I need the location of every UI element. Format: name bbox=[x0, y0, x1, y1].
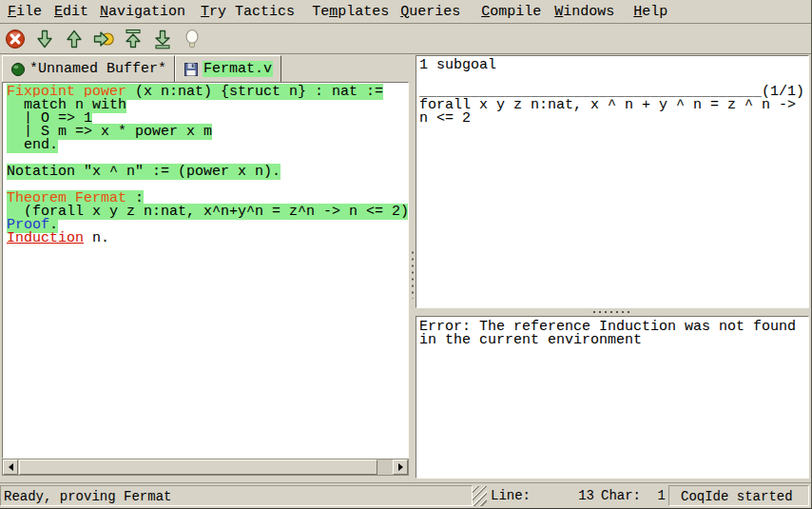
menu-file[interactable]: File bbox=[8, 4, 42, 20]
toolbar bbox=[0, 24, 811, 54]
goal-panel[interactable]: 1 subgoal ______________________________… bbox=[416, 55, 809, 308]
go-down-button[interactable] bbox=[33, 28, 56, 50]
lightbulb-icon bbox=[181, 28, 203, 50]
error-message: Error: The reference Induction was not f… bbox=[419, 321, 806, 347]
separator-grip-dots bbox=[591, 310, 633, 313]
horizontal-pane-separator[interactable] bbox=[416, 308, 809, 316]
code-line: end. bbox=[7, 139, 408, 152]
code-line: | S m => x * power x m bbox=[7, 126, 408, 139]
code-line: Induction n. bbox=[7, 232, 408, 245]
hints-button[interactable] bbox=[181, 28, 203, 50]
go-to-bottom-button[interactable] bbox=[151, 28, 174, 50]
tab-unnamed-buffer[interactable]: *Unnamed Buffer* bbox=[2, 55, 175, 82]
resize-grip[interactable] bbox=[473, 486, 487, 506]
go-to-cursor-button[interactable] bbox=[92, 28, 115, 50]
menu-edit[interactable]: Edit bbox=[54, 4, 88, 20]
green-ball-icon bbox=[10, 62, 26, 77]
scroll-right-button[interactable] bbox=[393, 460, 408, 475]
script-editor[interactable]: Fixpoint power (x n:nat) {struct n} : na… bbox=[2, 82, 409, 459]
menu-navigation[interactable]: Navigation bbox=[100, 4, 185, 20]
floppy-disk-icon bbox=[184, 62, 199, 77]
go-to-cursor-icon bbox=[92, 28, 115, 50]
separator-grip-dots bbox=[411, 249, 414, 299]
menu-templates[interactable]: Templates bbox=[312, 4, 389, 20]
go-to-top-button[interactable] bbox=[122, 28, 145, 50]
menu-try-tactics[interactable]: Try Tactics bbox=[201, 4, 295, 20]
tab-label: Fermat.v bbox=[203, 61, 273, 77]
line-value: 13 bbox=[532, 488, 594, 503]
editor-horizontal-scrollbar[interactable] bbox=[2, 459, 409, 476]
coqide-status: CoqIde started bbox=[668, 485, 809, 506]
vertical-pane-separator[interactable] bbox=[409, 55, 416, 478]
menu-help[interactable]: Help bbox=[633, 4, 667, 20]
code-line: (forall x y z n:nat, x^n+y^n = z^n -> n … bbox=[7, 206, 408, 219]
stop-icon bbox=[4, 28, 27, 50]
status-bar: Ready, proving Fermat Line: 13 Char: 1 C… bbox=[0, 482, 811, 508]
tab-fermat-v[interactable]: Fermat.v bbox=[175, 55, 281, 82]
scroll-left-button[interactable] bbox=[3, 460, 18, 475]
tab-label: *Unnamed Buffer* bbox=[29, 61, 166, 77]
left-arrow-icon bbox=[9, 463, 13, 471]
buffer-tabs: *Unnamed Buffer* Fermat.v bbox=[2, 55, 281, 82]
go-down-icon bbox=[33, 28, 56, 50]
menu-compile[interactable]: Compile bbox=[481, 4, 541, 20]
right-arrow-icon bbox=[398, 463, 403, 471]
go-up-button[interactable] bbox=[63, 28, 86, 50]
status-message: Ready, proving Fermat bbox=[0, 485, 473, 506]
scrollbar-thumb[interactable] bbox=[19, 460, 377, 475]
go-to-bottom-icon bbox=[151, 28, 174, 50]
go-up-icon bbox=[63, 28, 86, 50]
goal-statement: forall x y z n:nat, x ^ n + y ^ n = z ^ … bbox=[419, 99, 806, 126]
line-label: Line: bbox=[491, 488, 531, 503]
char-value: 1 bbox=[631, 488, 666, 503]
menu-windows[interactable]: Windows bbox=[554, 4, 614, 20]
menu-bar: File Edit Navigation Try Tactics Templat… bbox=[0, 0, 811, 24]
code-line: Notation "x ^ n" := (power x n). bbox=[7, 166, 408, 179]
subgoal-count: 1 subgoal bbox=[419, 59, 806, 72]
messages-panel[interactable]: Error: The reference Induction was not f… bbox=[416, 316, 809, 479]
menu-queries[interactable]: Queries bbox=[400, 4, 460, 20]
coqide-window: File Edit Navigation Try Tactics Templat… bbox=[0, 0, 812, 509]
go-to-top-icon bbox=[122, 28, 145, 50]
stop-button[interactable] bbox=[4, 28, 27, 50]
